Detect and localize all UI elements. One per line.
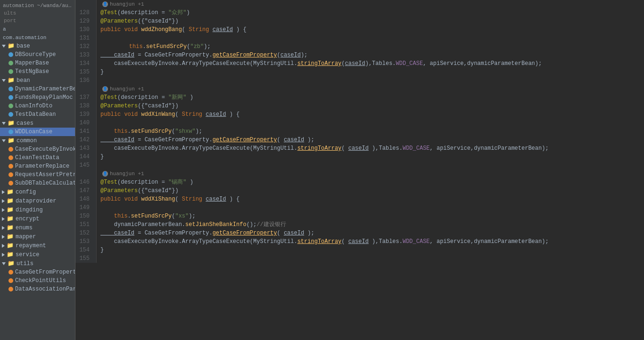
file-icon-wddloancase [8, 130, 13, 134]
code-line-140 [100, 119, 644, 127]
paren2-133: ( [277, 51, 280, 59]
folder-triangle-repayment [2, 244, 5, 248]
kw-string-130: String [189, 25, 212, 34]
method-stringtoarray-143: stringToArray [297, 144, 342, 153]
dot2-142: . [209, 136, 212, 144]
line-num-130: ▶ 130 [75, 25, 92, 34]
folder-label-base: base [17, 43, 30, 49]
sidebar-folder-cases[interactable]: 📁 cases [0, 119, 75, 128]
file-icon-parameterreplace [8, 164, 13, 169]
line-num-147: 147 [75, 186, 92, 195]
git-comment-146-num [75, 170, 92, 178]
line-num-128: 128 [75, 8, 92, 17]
folder-icon-service: 📁 [7, 251, 14, 258]
file-icon-testngbase [8, 69, 13, 74]
method-setjianshe-151: setJianSheBankInfo [185, 220, 247, 229]
sidebar-folder-dingding[interactable]: 📁 dingding [0, 205, 75, 214]
sig-end-139: ) { [226, 110, 240, 119]
sidebar-folder-mapper[interactable]: 📁 mapper [0, 232, 75, 241]
file-icon-cleantestdata [8, 155, 13, 160]
sidebar-item-caseexecutebyinvok[interactable]: CaseExecuteByInvok [0, 145, 75, 154]
sidebar-folder-bean[interactable]: 📁 bean [0, 76, 75, 85]
file-icon-mapperbase [8, 61, 13, 65]
code-line-147: @Parameters({"caseId"}) [100, 186, 644, 195]
folder-triangle-encrypt [2, 217, 5, 221]
var-caseid-134: caseId [345, 59, 365, 68]
space-137: ) [186, 93, 193, 102]
sidebar-item-requestassertpretre[interactable]: RequestAssertPretre [0, 170, 75, 179]
sidebar-package-full: com.automation [0, 34, 75, 41]
file-icon-checkpointutils [8, 278, 13, 283]
sidebar-item-casegetfrompropert[interactable]: CaseGetFromPropert [0, 268, 75, 276]
code-line-151: dynamicParameterBean.setJianSheBankInfo(… [100, 220, 644, 229]
method-wddxishang: wddXiShang [141, 195, 175, 203]
file-icon-dynamicparameterbe [8, 87, 13, 91]
kw-void-148: void [124, 195, 141, 203]
git-author-1: huangjun +1 [110, 0, 144, 8]
file-icon-fundsrepaymoc [8, 95, 13, 100]
sidebar-folder-enums[interactable]: 📁 enums [0, 223, 75, 232]
sidebar-item-dbsourcetype[interactable]: DBSourceType [0, 50, 75, 59]
code-editor[interactable]: 128 129 ▶ 130 131 132 133 134 135 136 13… [75, 0, 644, 340]
code-line-144: } [100, 153, 644, 161]
sidebar-folder-service[interactable]: 📁 service [0, 250, 75, 259]
file-label-mapperbase: MapperBase [15, 60, 49, 66]
sidebar-folder-common[interactable]: 📁 common [0, 136, 75, 145]
code-container: 128 129 ▶ 130 131 132 133 134 135 136 13… [75, 0, 644, 263]
sidebar-folder-repayment[interactable]: 📁 repayment [0, 241, 75, 250]
folder-icon-cases: 📁 [8, 120, 15, 127]
sidebar-item-dataassociationpara[interactable]: DataAssociationPara [0, 285, 75, 293]
file-icon-casegetfrompropert [8, 270, 13, 275]
sidebar-folder-base[interactable]: 📁 base [0, 41, 75, 50]
params-147: ({"caseId"}) [138, 186, 178, 195]
folder-icon-utils: 📁 [8, 260, 15, 267]
line-num-154: 154 [75, 246, 92, 254]
kw-void-130: void [124, 25, 141, 34]
line-num-152: 152 [75, 229, 92, 237]
sidebar-item-testngbase[interactable]: TestNgBase [0, 67, 75, 76]
sidebar-item-cleantestdata[interactable]: CleanTestData [0, 154, 75, 162]
sidebar-item-fundsrepaymoc[interactable]: FundsRepayPlanMoc [0, 93, 75, 102]
folder-icon-dataprovider: 📁 [7, 197, 14, 204]
folder-icon-repayment: 📁 [7, 242, 14, 249]
paren-132: ( [187, 42, 190, 51]
sidebar-folder-dataprovider[interactable]: 📁 dataprovider [0, 196, 75, 205]
folder-label-enums: enums [16, 225, 33, 231]
method-stringtoarray-153: stringToArray [297, 237, 342, 246]
sidebar-folder-encrypt[interactable]: 📁 encrypt [0, 214, 75, 223]
file-label-wddloancase: WDDLoanCase [15, 129, 52, 135]
code-143d: , apiService,dynamicParameterBean); [430, 144, 549, 153]
method-stringtoarray-134: stringToArray [297, 59, 342, 68]
sidebar-item-subdbcalculati[interactable]: SubDBTableCalculati [0, 179, 75, 187]
code-line-141: this.setFundSrcPy("shxw"); [100, 127, 644, 136]
kw-void-139: void [124, 110, 141, 119]
sidebar-folder-config[interactable]: 📁 config [0, 187, 75, 196]
line-num-143: 143 [75, 144, 92, 153]
file-icon-dataassociationpara [8, 287, 13, 291]
paren-151: (); [247, 220, 257, 229]
code-line-153: caseExecuteByInvoke.ArrayTypeCaseExecute… [100, 237, 644, 246]
brace-135: } [100, 68, 104, 76]
method-wddxinwang: wddXinWang [141, 110, 175, 119]
annotation-params-129: @Parameters [100, 17, 138, 25]
sidebar-item-wddloancase[interactable]: WDDLoanCase [0, 128, 75, 136]
folder-label-encrypt: encrypt [16, 216, 39, 222]
sidebar-item-parameterreplace[interactable]: ParameterReplace [0, 162, 75, 170]
file-label-dataassociationpara: DataAssociationPara [15, 286, 75, 292]
sidebar-item-checkpointutils[interactable]: CheckPointUtils [0, 276, 75, 285]
str-xishang: "锡商" [168, 178, 186, 186]
sidebar-item-mapperbase[interactable]: MapperBase [0, 59, 75, 67]
paren-128: (description = [117, 8, 168, 17]
sidebar-item-testdatabean[interactable]: TestDataBean [0, 110, 75, 119]
sidebar-item-loaninfodto[interactable]: LoanInfoDto [0, 102, 75, 110]
sidebar-item-dynamicparameterbe[interactable]: DynamicParameterBe [0, 85, 75, 93]
var-caseid2-152: caseId [284, 229, 304, 237]
sidebar-folder-utils[interactable]: 📁 utils [0, 259, 75, 268]
line-num-151: 151 [75, 220, 92, 229]
dot2-133: . [209, 51, 212, 59]
var-caseid-143: caseId [348, 144, 369, 153]
line-num-136: 136 [75, 76, 92, 85]
var-caseid-133: caseId [100, 51, 134, 59]
code-153c: ),Tables. [369, 237, 403, 246]
code-153b: ( [341, 237, 348, 246]
